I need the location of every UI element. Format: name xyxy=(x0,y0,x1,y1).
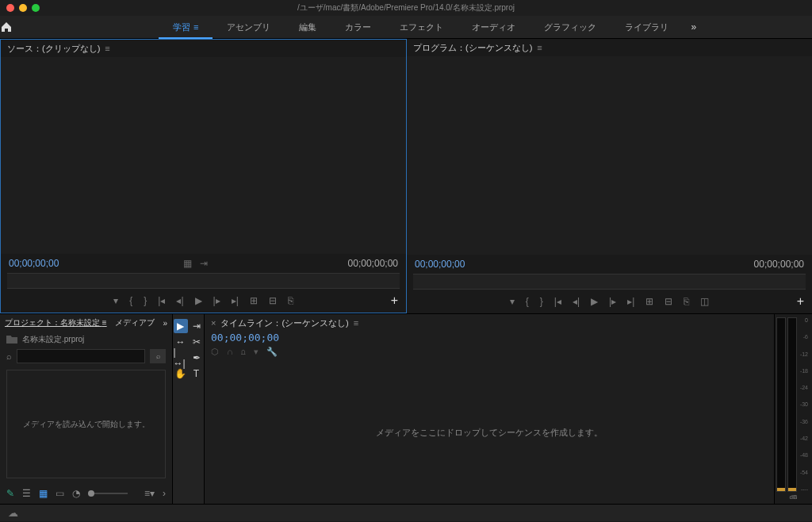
step-back-icon[interactable]: ◂| xyxy=(573,296,580,307)
program-tc-out[interactable]: 00;00;00;00 xyxy=(754,259,804,270)
source-header: ソース：(クリップなし) ≡ xyxy=(1,40,406,57)
slip-tool-icon[interactable]: |↔| xyxy=(174,351,188,365)
go-out-icon[interactable]: ▸| xyxy=(232,295,239,306)
timeline-panel: × タイムライン：(シーケンスなし) ≡ 00;00;00;00 ⬡ ∩ ⩍ ▾… xyxy=(205,314,774,504)
search-icon: ⌕ xyxy=(6,351,12,361)
compare-icon[interactable]: ◫ xyxy=(700,296,709,307)
titlebar: /ユーザ/mac/書類/Adobe/Premiere Pro/14.0/名称未設… xyxy=(0,0,812,16)
freeform-view-icon[interactable]: ▭ xyxy=(56,488,64,499)
timeline-empty-message: メディアをここにドロップしてシーケンスを作成します。 xyxy=(376,427,603,439)
audio-meter-panel: 0-6-12 -18-24-30 -36-42-48 -54---- dB xyxy=(774,314,812,504)
audio-meter-scale: 0-6-12 -18-24-30 -36-42-48 -54---- xyxy=(799,317,810,492)
source-tc-in[interactable]: 00;00;00;00 xyxy=(9,258,59,269)
workspace-tab-assembly[interactable]: アセンブリ xyxy=(213,16,285,39)
search-button[interactable]: ⌕ xyxy=(150,349,166,363)
cloud-sync-icon[interactable]: ☁ xyxy=(8,507,18,519)
razor-tool-icon[interactable]: ✂ xyxy=(190,335,204,349)
in-bracket-icon[interactable]: { xyxy=(129,295,132,306)
source-viewport[interactable] xyxy=(1,57,406,254)
selection-tool-icon[interactable]: ▶ xyxy=(174,319,188,333)
sort-menu-icon[interactable]: ≡▾ xyxy=(144,488,155,499)
marker-icon[interactable]: ▾ xyxy=(113,295,118,306)
fit-icon[interactable]: ▦ xyxy=(183,258,192,269)
insert-icon[interactable]: ⊞ xyxy=(250,295,258,306)
program-viewport[interactable] xyxy=(407,56,812,255)
export-frame-icon[interactable]: ⎘ xyxy=(684,296,689,307)
timeline-dropzone[interactable]: メディアをここにドロップしてシーケンスを作成します。 xyxy=(205,362,774,504)
play-icon[interactable]: ▶ xyxy=(195,295,202,306)
project-panel: プロジェクト：名称未設定 ≡ メディアブ » 名称未設定.prproj ⌕ ⌕ … xyxy=(0,314,173,504)
close-icon[interactable]: × xyxy=(211,318,216,328)
go-in-icon[interactable]: |◂ xyxy=(554,296,561,307)
lift-icon[interactable]: ⊞ xyxy=(645,296,653,307)
workspace-tab-libraries[interactable]: ライブラリ xyxy=(611,16,683,39)
project-footer: ✎ ☰ ▦ ▭ ◔ ≡▾ › xyxy=(0,483,172,504)
tool-palette: ▶ ⇥ ↔ ✂ |↔| ✒ ✋ T xyxy=(173,314,205,504)
source-mini-timeline[interactable] xyxy=(7,273,400,289)
workspace-tab-editing[interactable]: 編集 xyxy=(285,16,331,39)
hand-tool-icon[interactable]: ✋ xyxy=(174,367,188,381)
tab-media-browser[interactable]: メディアブ xyxy=(115,317,155,328)
out-bracket-icon[interactable]: } xyxy=(540,296,543,307)
export-frame-icon[interactable]: ⎘ xyxy=(288,295,293,306)
magnet-icon[interactable]: ∩ xyxy=(227,347,233,357)
program-tc-in[interactable]: 00;00;00;00 xyxy=(415,259,465,270)
snap-icon[interactable]: ⬡ xyxy=(211,347,219,357)
wrench-icon[interactable]: 🔧 xyxy=(266,347,278,357)
hamburger-icon[interactable]: ≡ xyxy=(105,44,109,53)
chevron-right-icon[interactable]: › xyxy=(163,488,166,499)
type-tool-icon[interactable]: T xyxy=(190,367,204,381)
hamburger-icon: ≡ xyxy=(193,22,198,32)
step-fwd-icon[interactable]: |▸ xyxy=(213,295,220,306)
project-tabs-more[interactable]: » xyxy=(163,319,167,328)
workspace-tab-effects[interactable]: エフェクト xyxy=(385,16,458,39)
project-filename-row: 名称未設定.prproj xyxy=(0,332,172,347)
project-search-row: ⌕ ⌕ xyxy=(0,347,172,365)
hamburger-icon: ≡ xyxy=(102,318,107,327)
source-title: ソース：(クリップなし) xyxy=(7,43,100,55)
extract-icon[interactable]: ⊟ xyxy=(665,296,672,307)
program-mini-timeline[interactable] xyxy=(413,274,806,290)
add-button-icon[interactable]: + xyxy=(797,294,804,309)
pen-tool-icon[interactable]: ✒ xyxy=(190,351,204,365)
project-dropzone[interactable]: メディアを読み込んで開始します。 xyxy=(6,370,166,478)
audio-meter-right xyxy=(787,317,797,492)
workspace-tab-color[interactable]: カラー xyxy=(331,16,385,39)
timeline-timecode[interactable]: 00;00;00;00 xyxy=(211,332,768,344)
source-monitor: ソース：(クリップなし) ≡ 00;00;00;00 ▦ ⇥ 00;00;00;… xyxy=(0,39,407,313)
linked-selection-icon[interactable]: ⩍ xyxy=(241,347,246,357)
thumb-size-slider[interactable] xyxy=(88,493,128,494)
home-button[interactable] xyxy=(0,21,32,33)
workspace-tab-audio[interactable]: オーディオ xyxy=(458,16,530,39)
write-icon[interactable]: ✎ xyxy=(6,488,14,499)
icon-view-icon[interactable]: ▦ xyxy=(39,488,48,499)
workspace-bar: 学習≡ アセンブリ 編集 カラー エフェクト オーディオ グラフィック ライブラ… xyxy=(0,16,812,39)
track-select-tool-icon[interactable]: ⇥ xyxy=(190,319,204,333)
project-search-input[interactable] xyxy=(17,349,145,363)
workspace-more-button[interactable]: » xyxy=(683,21,704,33)
statusbar: ☁ xyxy=(0,504,812,521)
zoom-icon[interactable]: ⇥ xyxy=(200,258,208,269)
sort-icon[interactable]: ◔ xyxy=(72,488,80,499)
marker-add-icon[interactable]: ▾ xyxy=(254,347,259,357)
go-out-icon[interactable]: ▸| xyxy=(627,296,634,307)
go-in-icon[interactable]: |◂ xyxy=(158,295,165,306)
step-back-icon[interactable]: ◂| xyxy=(176,295,183,306)
workspace-tab-learning[interactable]: 学習≡ xyxy=(159,16,213,39)
hamburger-icon[interactable]: ≡ xyxy=(354,318,358,328)
step-fwd-icon[interactable]: |▸ xyxy=(609,296,616,307)
tab-project[interactable]: プロジェクト：名称未設定 ≡ xyxy=(5,317,107,328)
program-timecode-row: 00;00;00;00 00;00;00;00 xyxy=(407,255,812,274)
project-tabs: プロジェクト：名称未設定 ≡ メディアブ » xyxy=(0,314,172,332)
overwrite-icon[interactable]: ⊟ xyxy=(269,295,277,306)
play-icon[interactable]: ▶ xyxy=(591,296,598,307)
in-bracket-icon[interactable]: { xyxy=(526,296,529,307)
add-button-icon[interactable]: + xyxy=(391,294,398,308)
out-bracket-icon[interactable]: } xyxy=(144,295,147,306)
list-view-icon[interactable]: ☰ xyxy=(22,488,31,499)
workspace-tab-graphics[interactable]: グラフィック xyxy=(530,16,611,39)
workspace-tabs: 学習≡ アセンブリ 編集 カラー エフェクト オーディオ グラフィック ライブラ… xyxy=(159,16,683,39)
hamburger-icon[interactable]: ≡ xyxy=(537,43,542,52)
marker-icon[interactable]: ▾ xyxy=(510,296,515,307)
source-tc-out[interactable]: 00;00;00;00 xyxy=(348,258,398,269)
